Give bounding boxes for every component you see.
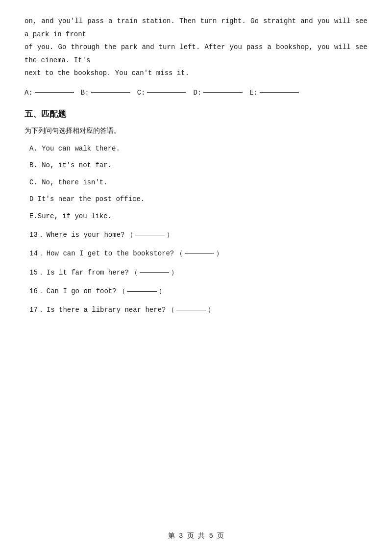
blank-a[interactable] [35,92,74,93]
q17-blank[interactable] [176,310,206,310]
q15-num: 15． [29,267,45,278]
label-a: A: [24,89,33,97]
q16-paren-right: ） [159,286,166,297]
q14-text: How can I get to the bookstore? [47,248,174,259]
question-17: 17． Is there a library near here? （ ） [29,304,368,315]
question-16: 16． Can I go on foot? （ ） [29,286,368,297]
option-a: A. You can walk there. [29,143,368,154]
q16-blank[interactable] [127,291,157,292]
blank-d[interactable] [203,92,243,93]
question-13: 13． Where is your home? （ ） [29,229,368,240]
label-c: C: [137,89,146,97]
label-b: B: [81,89,89,97]
top-paragraph: on, and you'll pass a train station. The… [24,15,368,80]
page-footer: 第 3 页 共 5 页 [0,531,392,540]
label-e: E: [249,89,258,97]
section5-instruction: 为下列问句选择相对应的答语。 [24,126,368,135]
blank-e[interactable] [260,92,299,93]
section5-title: 五、匹配题 [24,108,368,120]
q15-paren-right: ） [171,267,178,278]
q16-num: 16． [29,286,45,297]
q17-paren-left: （ [168,304,174,315]
question-14: 14． How can I get to the bookstore? （ ） [29,248,368,259]
option-b: B. No, it's not far. [29,160,368,171]
q17-paren-right: ） [208,304,215,315]
questions-list: 13． Where is your home? （ ） 14． How can … [24,229,368,316]
q17-num: 17． [29,304,45,315]
blank-c[interactable] [147,92,186,93]
q16-paren-left: （ [119,286,125,297]
q15-text: Is it far from here? [47,267,129,278]
q15-paren-left: （ [131,267,138,278]
option-e: E.Sure, if you like. [29,211,368,222]
paragraph-line1: on, and you'll pass a train station. The… [24,17,368,38]
label-d: D: [193,89,201,97]
blank-b[interactable] [91,92,130,93]
q13-blank[interactable] [135,235,165,235]
fill-labels-row: A: B: C: D: E: [24,89,368,97]
question-15: 15． Is it far from here? （ ） [29,267,368,278]
q13-paren-left: （ [126,229,133,240]
q14-paren-right: ） [216,248,223,259]
q13-text: Where is your home? [47,229,125,240]
q17-text: Is there a library near here? [47,304,166,315]
option-c: C. No, there isn't. [29,177,368,188]
paragraph-line3: next to the bookshop. You can't miss it. [24,69,189,77]
q13-num: 13． [29,229,45,240]
paragraph-line2: of you. Go through the park and turn lef… [24,43,368,64]
q13-paren-right: ） [167,229,173,240]
options-list: A. You can walk there. B. No, it's not f… [24,143,368,222]
q14-num: 14． [29,248,45,259]
option-d: D It's near the post office. [29,194,368,204]
q15-blank[interactable] [140,272,169,273]
q14-paren-left: （ [176,248,183,259]
q16-text: Can I go on foot? [47,286,117,297]
q14-blank[interactable] [185,253,214,254]
